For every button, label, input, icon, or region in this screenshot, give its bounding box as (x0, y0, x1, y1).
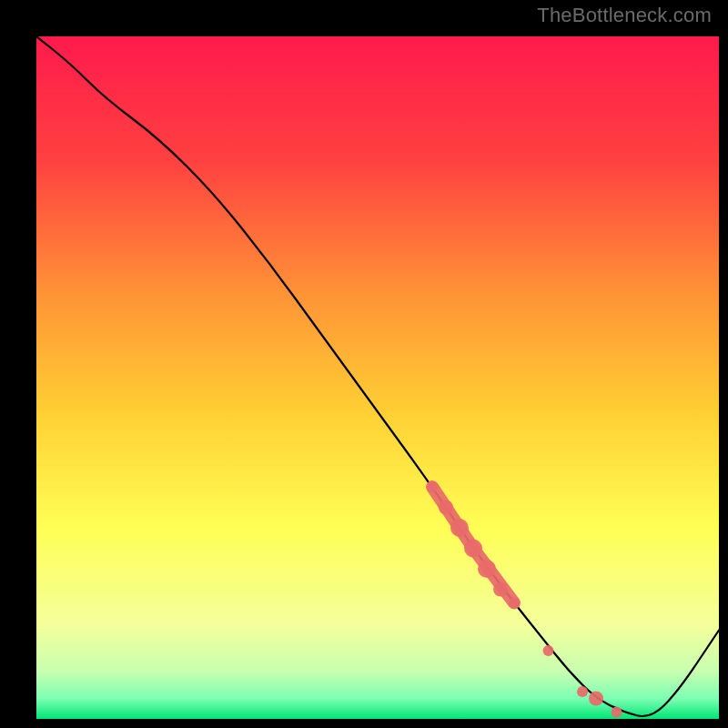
highlight-marker (589, 692, 603, 706)
highlight-markers (427, 481, 622, 718)
highlight-marker (439, 500, 453, 515)
highlight-marker (478, 560, 496, 578)
highlight-marker (612, 707, 622, 718)
highlight-marker (543, 645, 554, 656)
highlight-marker (509, 598, 520, 609)
curve-layer (36, 36, 719, 719)
bottleneck-curve (36, 36, 719, 716)
chart-frame (14, 14, 714, 714)
highlight-marker (450, 519, 469, 537)
highlight-marker (577, 686, 588, 697)
plot-area (36, 36, 719, 719)
highlight-marker (464, 540, 482, 558)
highlight-marker (427, 481, 438, 492)
highlight-marker (493, 582, 508, 597)
watermark-text: TheBottleneck.com (537, 4, 712, 27)
